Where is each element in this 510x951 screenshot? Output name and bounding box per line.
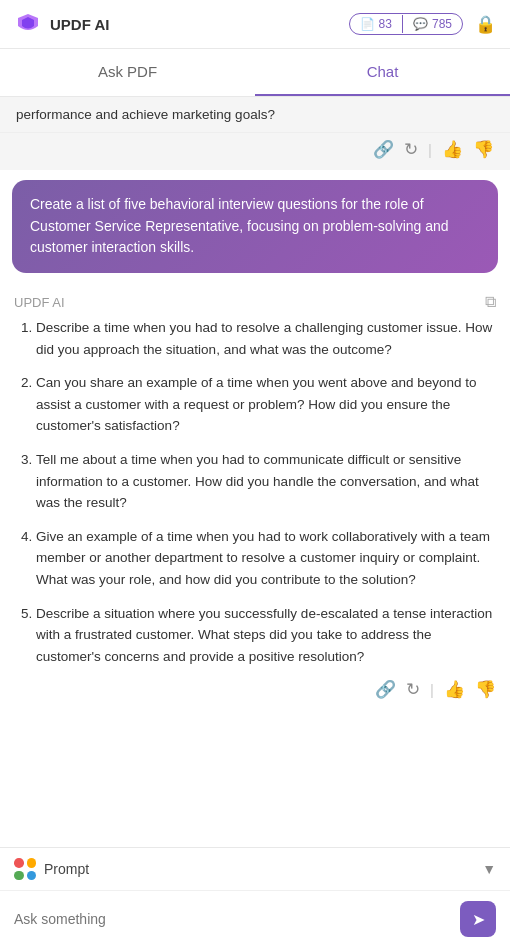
ai-label: UPDF AI <box>14 295 65 310</box>
thumbs-down-response-icon[interactable]: 👎 <box>475 679 496 700</box>
send-arrow-icon: ➤ <box>472 910 485 929</box>
ask-input[interactable] <box>14 911 452 927</box>
share-response-icon[interactable]: 🔗 <box>375 679 396 700</box>
list-item: Describe a situation where you successfu… <box>36 603 496 668</box>
list-item: Can you share an example of a time when … <box>36 372 496 437</box>
header-right: 📄 83 💬 785 🔒 <box>349 13 496 35</box>
prompt-selector[interactable]: Prompt ▼ <box>0 848 510 891</box>
pdf-icon: 📄 <box>360 17 375 31</box>
pdf-count: 83 <box>379 17 392 31</box>
partial-user-message: performance and achieve marketing goals? <box>0 97 510 133</box>
prev-message-actions: 🔗 ↻ | 👍 👎 <box>0 133 510 170</box>
prompt-label: Prompt <box>44 861 89 877</box>
thumbs-up-response-icon[interactable]: 👍 <box>444 679 465 700</box>
dot-orange <box>27 858 37 868</box>
list-item: Describe a time when you had to resolve … <box>36 317 496 360</box>
thumbs-up-icon[interactable]: 👍 <box>442 139 463 160</box>
lock-icon[interactable]: 🔒 <box>475 14 496 35</box>
dot-red <box>14 858 24 868</box>
ai-response-list: Describe a time when you had to resolve … <box>14 317 496 667</box>
list-item: Give an example of a time when you had t… <box>36 526 496 591</box>
stats-chat-count: 💬 785 <box>403 14 462 34</box>
logo-area: UPDF AI <box>14 10 109 38</box>
ai-response-block: UPDF AI ⧉ Describe a time when you had t… <box>0 283 510 718</box>
stats-pdf-count: 📄 83 <box>350 14 402 34</box>
chat-area: performance and achieve marketing goals?… <box>0 97 510 847</box>
tab-chat[interactable]: Chat <box>255 49 510 96</box>
copy-icon[interactable]: ⧉ <box>485 293 496 311</box>
tab-ask-pdf[interactable]: Ask PDF <box>0 49 255 96</box>
input-row: ➤ <box>0 891 510 951</box>
tab-bar: Ask PDF Chat <box>0 49 510 97</box>
stats-badge[interactable]: 📄 83 💬 785 <box>349 13 463 35</box>
chat-bubble-icon: 💬 <box>413 17 428 31</box>
send-button[interactable]: ➤ <box>460 901 496 937</box>
refresh-icon[interactable]: ↻ <box>404 139 418 160</box>
app-header: UPDF AI 📄 83 💬 785 🔒 <box>0 0 510 49</box>
response-actions: 🔗 ↻ | 👍 👎 <box>14 667 496 704</box>
share-icon[interactable]: 🔗 <box>373 139 394 160</box>
ai-label-row: UPDF AI ⧉ <box>14 283 496 317</box>
logo-text: UPDF AI <box>50 16 109 33</box>
response-action-separator: | <box>430 681 434 698</box>
user-prompt-bubble: Create a list of five behavioral intervi… <box>12 180 498 273</box>
list-item: Tell me about a time when you had to com… <box>36 449 496 514</box>
updf-logo-icon <box>14 10 42 38</box>
dot-green <box>14 871 24 881</box>
bottom-bar: Prompt ▼ ➤ <box>0 847 510 951</box>
dot-blue <box>27 871 37 881</box>
chevron-down-icon: ▼ <box>482 861 496 877</box>
prompt-dots-icon <box>14 858 36 880</box>
action-separator: | <box>428 141 432 158</box>
thumbs-down-icon[interactable]: 👎 <box>473 139 494 160</box>
refresh-response-icon[interactable]: ↻ <box>406 679 420 700</box>
chat-count: 785 <box>432 17 452 31</box>
prompt-left: Prompt <box>14 858 89 880</box>
